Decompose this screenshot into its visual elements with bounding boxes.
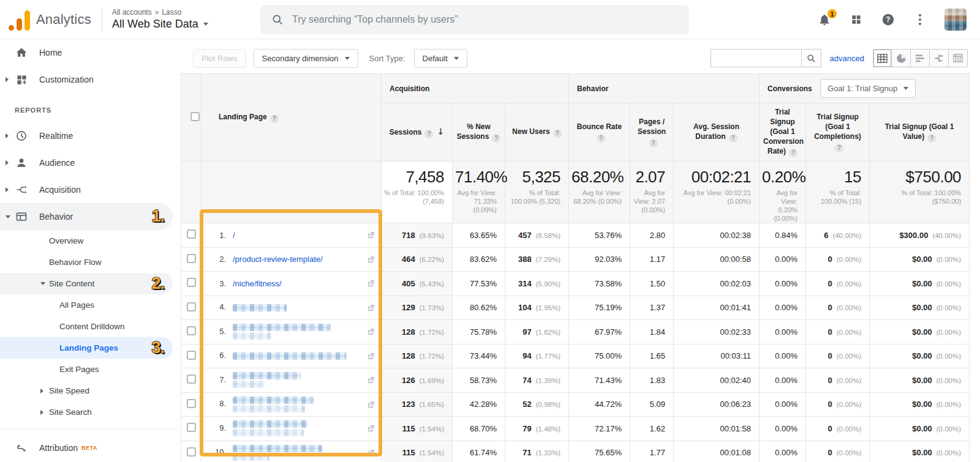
expand-arrow-right-icon[interactable] — [40, 389, 43, 393]
new-sessions-cell: 75.78% — [453, 320, 505, 345]
sidebar-item-home[interactable]: Home — [0, 39, 179, 66]
column-header-pages-session[interactable]: Pages / Session — [630, 103, 674, 162]
expand-arrow-right-icon[interactable] — [40, 410, 43, 415]
open-in-new-icon[interactable] — [367, 352, 375, 360]
breadcrumb[interactable]: All accounts > Lasso — [112, 8, 208, 17]
sidebar-item-overview[interactable]: Overview — [0, 230, 179, 251]
column-header-avg-duration[interactable]: Avg. Session Duration — [674, 103, 760, 162]
expand-arrow-down-icon[interactable] — [40, 282, 45, 285]
sidebar-item-behavior-flow[interactable]: Behavior Flow — [0, 251, 179, 273]
sidebar-item-customization[interactable]: Customization — [0, 66, 179, 93]
percentage-view-button[interactable] — [892, 49, 911, 67]
property-selector[interactable]: All Web Site Data — [112, 18, 208, 31]
row-checkbox[interactable] — [187, 302, 196, 311]
expand-arrow-right-icon[interactable] — [6, 160, 9, 165]
header-search[interactable] — [260, 5, 689, 34]
column-header-sessions[interactable]: Sessions↓ — [382, 103, 453, 162]
completions-cell: 0(0.00%) — [806, 247, 870, 272]
value-cell: $0.00(0.00%) — [870, 344, 970, 368]
column-header-completions[interactable]: Trial Signup (Goal 1 Completions) — [806, 103, 870, 162]
row-checkbox[interactable] — [187, 326, 196, 335]
secondary-dimension-button[interactable]: Secondary dimension — [254, 49, 358, 68]
open-in-new-icon[interactable] — [367, 328, 375, 336]
row-checkbox[interactable] — [187, 254, 196, 263]
logo-area[interactable]: Analytics — [0, 9, 100, 31]
row-checkbox[interactable] — [187, 399, 196, 408]
home-icon — [15, 46, 28, 59]
select-all-checkbox[interactable] — [190, 112, 200, 121]
sidebar-item-landing-pages[interactable]: Landing Pages3. — [0, 337, 173, 359]
column-header-value[interactable]: Trial Signup (Goal 1 Value) — [870, 103, 970, 162]
advanced-link[interactable]: advanced — [830, 54, 864, 63]
column-header-bounce-rate[interactable]: Bounce Rate — [569, 103, 630, 162]
expand-arrow-right-icon[interactable] — [6, 77, 9, 82]
row-checkbox[interactable] — [187, 423, 196, 432]
plot-rows-button[interactable]: Plot Rows — [193, 49, 246, 68]
help-circle-icon[interactable]: ? — [881, 12, 895, 27]
notifications-bell-icon[interactable]: 1 — [817, 12, 832, 27]
column-header-conv-rate[interactable]: Trial Signup (Goal 1 Conversion Rate) — [760, 103, 806, 162]
sidebar-item-content-drilldown[interactable]: Content Drilldown — [0, 316, 179, 337]
landing-page-link[interactable]: /product-review-template/ — [233, 255, 323, 264]
expand-arrow-down-icon[interactable] — [6, 215, 10, 218]
bounce-rate-cell: 75.19% — [569, 296, 630, 320]
open-in-new-icon[interactable] — [367, 376, 375, 384]
table-row: 2./product-review-template/464(6.22%)83.… — [181, 247, 970, 272]
chevron-down-icon — [454, 57, 459, 60]
table-search-button[interactable] — [801, 49, 821, 67]
sidebar-item-exit-pages[interactable]: Exit Pages — [0, 359, 179, 380]
help-icon[interactable] — [270, 114, 279, 123]
open-in-new-icon[interactable] — [367, 400, 375, 408]
sidebar-item-site-content[interactable]: Site Content2. — [0, 273, 173, 294]
row-checkbox[interactable] — [187, 447, 196, 456]
help-icon[interactable] — [492, 134, 500, 143]
landing-page-link[interactable]: / — [233, 231, 235, 240]
pivot-view-button[interactable] — [949, 49, 968, 67]
open-in-new-icon[interactable] — [367, 255, 375, 263]
open-in-new-icon[interactable] — [367, 449, 375, 456]
kebab-menu-icon[interactable] — [913, 12, 927, 27]
row-checkbox[interactable] — [187, 229, 196, 239]
column-header-landing-page[interactable]: Landing Page — [202, 74, 382, 162]
table-view-button[interactable] — [873, 49, 892, 67]
sidebar-item-behavior[interactable]: Behavior1. — [0, 203, 173, 230]
landing-page-link[interactable]: /niche/fitness/ — [233, 279, 282, 288]
avatar[interactable] — [944, 9, 967, 31]
breadcrumb-all-accounts[interactable]: All accounts — [112, 8, 152, 17]
expand-arrow-right-icon[interactable] — [6, 133, 9, 138]
sidebar-item-site-search[interactable]: Site Search — [0, 401, 179, 423]
row-checkbox[interactable] — [187, 374, 196, 384]
help-icon[interactable] — [424, 130, 433, 138]
table-search-input[interactable] — [710, 49, 801, 67]
expand-arrow-right-icon[interactable] — [6, 187, 9, 192]
comparison-view-button[interactable] — [930, 49, 949, 67]
help-icon[interactable] — [729, 134, 737, 143]
row-checkbox[interactable] — [187, 278, 196, 287]
sidebar-item-acquisition[interactable]: Acquisition — [0, 176, 179, 203]
bounce-rate-cell: 75.00% — [569, 344, 630, 368]
performance-view-button[interactable] — [911, 49, 930, 67]
help-icon[interactable] — [835, 144, 843, 152]
open-in-new-icon[interactable] — [367, 304, 375, 311]
sidebar-item-attribution[interactable]: AttributionBETA — [0, 434, 179, 461]
goal-selector[interactable]: Goal 1: Trial Signup — [820, 79, 916, 98]
open-in-new-icon[interactable] — [367, 231, 375, 239]
sidebar-item-realtime[interactable]: Realtime — [0, 122, 179, 149]
apps-grid-icon[interactable] — [849, 12, 864, 27]
column-header-new-sessions[interactable]: % New Sessions — [453, 103, 505, 162]
help-icon[interactable] — [553, 129, 562, 138]
breadcrumb-account[interactable]: Lasso — [162, 8, 181, 17]
column-header-new-users[interactable]: New Users — [505, 103, 569, 162]
help-icon[interactable] — [927, 134, 936, 143]
sidebar-item-all-pages[interactable]: All Pages — [0, 294, 179, 316]
help-icon[interactable] — [597, 134, 605, 143]
sidebar-item-audience[interactable]: Audience — [0, 149, 179, 176]
sort-type-button[interactable]: Default — [414, 49, 467, 68]
help-icon[interactable] — [789, 149, 797, 157]
sidebar-item-site-speed[interactable]: Site Speed — [0, 380, 179, 401]
help-icon[interactable] — [649, 139, 658, 147]
open-in-new-icon[interactable] — [367, 425, 375, 433]
open-in-new-icon[interactable] — [367, 280, 375, 288]
global-search-input[interactable] — [292, 14, 660, 25]
row-checkbox[interactable] — [187, 351, 196, 360]
